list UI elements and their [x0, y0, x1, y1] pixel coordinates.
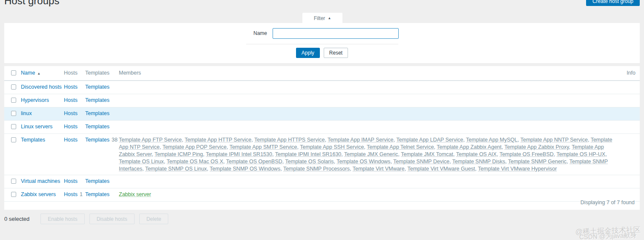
- enable-hosts-button[interactable]: Enable hosts: [40, 214, 84, 224]
- templates-link[interactable]: Templates: [85, 124, 109, 130]
- member-template-link[interactable]: Template SNMP Processors: [283, 166, 350, 172]
- member-template-link[interactable]: Template Virt VMware Guest: [407, 166, 475, 172]
- reset-button[interactable]: Reset: [324, 48, 348, 58]
- templates-link[interactable]: Templates: [85, 137, 109, 143]
- member-template-link[interactable]: Template App SMTP Service: [230, 144, 297, 150]
- hosts-link[interactable]: Hosts: [64, 137, 78, 143]
- disable-hosts-button[interactable]: Disable hosts: [89, 214, 135, 224]
- apply-button[interactable]: Apply: [296, 48, 320, 58]
- templates-link[interactable]: Templates: [85, 97, 109, 103]
- hosts-link[interactable]: Hosts: [64, 110, 78, 116]
- watermark-line2: CSDN @为java献身: [575, 232, 637, 240]
- column-header-members: Members: [119, 69, 618, 77]
- column-header-name[interactable]: Name▲: [21, 69, 64, 77]
- member-template-link[interactable]: Template App MySQL: [466, 137, 518, 143]
- table-row: Templates Hosts Templates38 Template App…: [4, 134, 640, 175]
- table-row: Hypervisors Hosts Templates: [4, 94, 640, 107]
- hosts-link[interactable]: Hosts: [64, 191, 78, 197]
- filter-name-input[interactable]: [273, 28, 399, 39]
- member-template-link[interactable]: Template SNMP Device: [393, 159, 449, 165]
- member-template-link[interactable]: Template App Zabbix Agent: [437, 144, 501, 150]
- mass-action-bar: 0 selected Enable hosts Disable hosts De…: [4, 214, 173, 224]
- filter-collapse-arrow-icon: ▲: [328, 16, 331, 20]
- filter-tab-label: Filter: [314, 15, 325, 21]
- delete-button[interactable]: Delete: [139, 214, 169, 224]
- column-header-info: Info: [618, 69, 635, 77]
- member-template-link[interactable]: Template OS OpenBSD: [226, 159, 282, 165]
- member-template-link[interactable]: Template App FTP Service: [119, 137, 182, 143]
- group-name-link[interactable]: Discovered hosts: [21, 84, 62, 90]
- templates-link[interactable]: Templates: [85, 110, 109, 116]
- member-template-link[interactable]: Template JMX Generic: [344, 151, 398, 157]
- column-header-hosts: Hosts: [64, 69, 85, 77]
- member-template-link[interactable]: Template OS Linux: [119, 159, 164, 165]
- member-template-link[interactable]: Template App Zabbix Proxy: [504, 144, 569, 150]
- group-name-link[interactable]: Hypervisors: [21, 97, 49, 103]
- table-footer-count: Displaying 7 of 7 found: [581, 200, 635, 205]
- row-checkbox[interactable]: [11, 111, 16, 116]
- row-checkbox[interactable]: [11, 179, 16, 184]
- hosts-link[interactable]: Hosts: [64, 84, 78, 90]
- create-host-group-button[interactable]: Create host group: [586, 0, 640, 6]
- selected-count: 0 selected: [4, 216, 29, 222]
- filter-name-row: Name: [4, 28, 640, 39]
- member-template-link[interactable]: Template OS Windows: [336, 159, 390, 165]
- select-all-checkbox[interactable]: [11, 70, 16, 75]
- members-cell: Template App FTP Service, Template App H…: [119, 136, 618, 173]
- group-name-link[interactable]: Virtual machines: [21, 178, 60, 184]
- group-name-link[interactable]: Linux servers: [21, 124, 52, 130]
- filter-tab[interactable]: Filter ▲: [302, 13, 342, 23]
- member-template-link[interactable]: Template App HTTP Service: [185, 137, 252, 143]
- row-checkbox[interactable]: [11, 98, 16, 103]
- filter-divider: [246, 44, 398, 44]
- table-row: Linux servers Hosts Templates: [4, 121, 640, 134]
- member-template-link[interactable]: Template App HTTPS Service: [254, 137, 325, 143]
- filter-name-label: Name: [4, 30, 267, 36]
- filter-buttons: Apply Reset: [4, 48, 640, 58]
- member-template-link[interactable]: Template App Telnet Service: [367, 144, 434, 150]
- hosts-link[interactable]: Hosts: [64, 97, 78, 103]
- templates-link[interactable]: Templates: [85, 191, 109, 197]
- member-template-link[interactable]: Template SNMP Disks: [452, 159, 505, 165]
- member-template-link[interactable]: Template SNMP Generic: [508, 159, 566, 165]
- member-template-link[interactable]: Template OS HP-UX: [557, 151, 606, 157]
- hosts-count: 1: [80, 191, 83, 197]
- member-template-link[interactable]: Template OS FreeBSD: [500, 151, 554, 157]
- member-template-link[interactable]: Template Virt VMware Hypervisor: [478, 166, 557, 172]
- member-template-link[interactable]: Template Virt VMware: [353, 166, 405, 172]
- member-template-link[interactable]: Template IPMI Intel SR1630: [275, 151, 342, 157]
- table-row: Virtual machines Hosts Templates: [4, 175, 640, 188]
- sort-asc-icon: ▲: [37, 72, 40, 75]
- hosts-link[interactable]: Hosts: [64, 178, 78, 184]
- table-row: linux Hosts Templates: [4, 107, 640, 121]
- host-groups-table: Name▲ Hosts Templates Members Info Disco…: [4, 66, 640, 210]
- member-template-link[interactable]: Template IPMI Intel SR1530: [206, 151, 272, 157]
- member-template-link[interactable]: Template App POP Service: [162, 144, 227, 150]
- member-template-link[interactable]: Template App IMAP Service: [328, 137, 394, 143]
- templates-link[interactable]: Templates: [85, 84, 109, 90]
- member-template-link[interactable]: Template OS Solaris: [285, 159, 334, 165]
- member-template-link[interactable]: Template OS AIX: [456, 151, 497, 157]
- templates-count: 38: [112, 137, 118, 143]
- row-checkbox[interactable]: [11, 84, 16, 90]
- group-name-link[interactable]: Zabbix servers: [21, 191, 56, 197]
- member-template-link[interactable]: Template App SSH Service: [300, 144, 364, 150]
- group-name-link[interactable]: linux: [21, 110, 32, 116]
- row-checkbox[interactable]: [11, 192, 16, 197]
- member-template-link[interactable]: Template SNMP OS Windows: [210, 166, 280, 172]
- members-cell: Zabbix server: [119, 191, 618, 198]
- templates-link[interactable]: Templates: [85, 178, 109, 184]
- member-template-link[interactable]: Template JMX Tomcat: [401, 151, 453, 157]
- page-title: Host groups: [4, 0, 59, 7]
- member-template-link[interactable]: Template SNMP OS Linux: [145, 166, 207, 172]
- table-row: Zabbix servers Hosts1 Templates Zabbix s…: [4, 188, 640, 202]
- group-name-link[interactable]: Templates: [21, 137, 45, 143]
- row-checkbox[interactable]: [11, 124, 16, 129]
- member-template-link[interactable]: Template App NNTP Service: [520, 137, 588, 143]
- member-template-link[interactable]: Template App LDAP Service: [397, 137, 463, 143]
- member-template-link[interactable]: Template ICMP Ping: [155, 151, 203, 157]
- member-template-link[interactable]: Template OS Mac OS X: [167, 159, 223, 165]
- member-template-link[interactable]: Zabbix server: [119, 191, 151, 197]
- hosts-link[interactable]: Hosts: [64, 124, 78, 130]
- row-checkbox[interactable]: [11, 137, 16, 142]
